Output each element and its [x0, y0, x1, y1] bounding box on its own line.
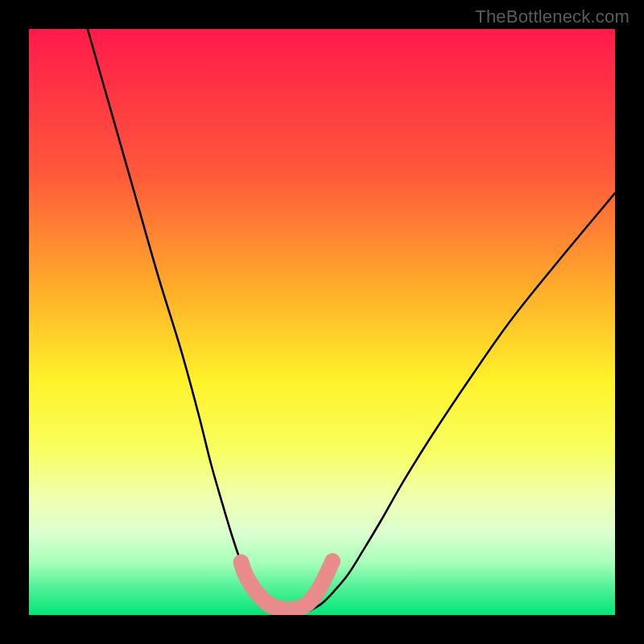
watermark: TheBottleneck.com [475, 6, 630, 27]
marker-dot [320, 567, 333, 580]
series-left-curve [88, 29, 275, 610]
plot-area [29, 29, 615, 615]
series-right-curve [310, 193, 615, 610]
marker-dot [326, 555, 339, 568]
curves-layer [29, 29, 615, 615]
chart-frame: TheBottleneck.com [0, 0, 644, 644]
